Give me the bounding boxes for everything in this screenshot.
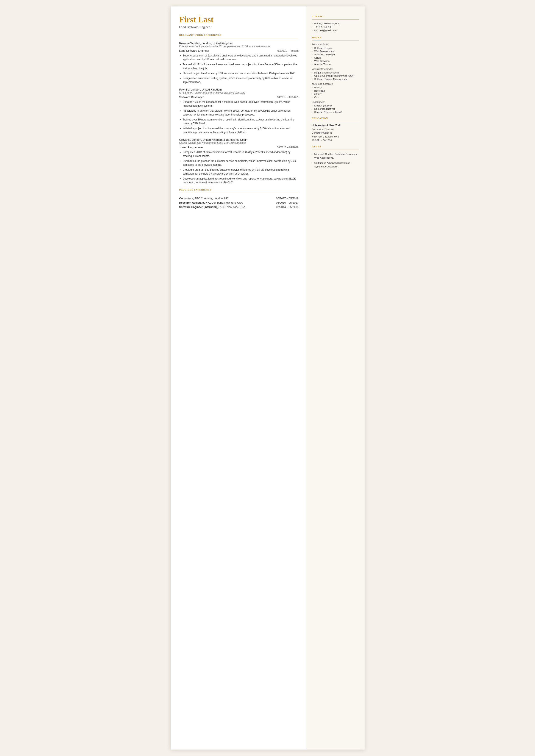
edu-field: Computer Science <box>312 131 359 135</box>
list-item: Bootstrap <box>312 90 359 92</box>
prev-role-3: Software Engineer (Internship), ABC, New… <box>179 205 257 209</box>
job-row-1: Lead Software Engineer 08/2021 – Present <box>179 49 299 52</box>
list-item: Designed an automated testing system, wh… <box>179 76 299 84</box>
company-name-2: Polyhire, London, United Kingdom <box>179 88 299 91</box>
prev-dates-2: 06/2016 – 05/2017 <box>257 201 299 205</box>
company-desc-3: Career training and membership SaaS with… <box>179 141 299 144</box>
list-item: Donated 49% of the codebase for a modern… <box>179 100 299 108</box>
list-item: Microsoft Certified Solutions Developer:… <box>312 153 359 160</box>
contact-list: Bristol, United Kingdom +44 123456789 fi… <box>312 22 359 32</box>
company-desc-1: Education technology startup with 50+ em… <box>179 45 299 48</box>
education-block: University of New York Bachelor of Scien… <box>312 124 359 142</box>
contact-phone: +44 123456789 <box>312 26 359 28</box>
contact-section: CONTACT Bristol, United Kingdom +44 1234… <box>312 15 359 32</box>
table-row: Consultant, ABC Company, London, UK 06/2… <box>179 196 299 201</box>
relevant-work-section: RELEVANT WORK EXPERIENCE Resume Worded, … <box>179 34 299 184</box>
edu-dates: 10/2011 - 06/2014 <box>312 139 359 142</box>
edu-degree: Bachelor of Science <box>312 127 359 131</box>
list-item: Participated in an effort that saved Pol… <box>179 109 299 117</box>
list-item: Initiated a project that improved the co… <box>179 126 299 134</box>
prev-role-2: Research Assistant, XYZ Company, New Yor… <box>179 201 257 205</box>
other-section: OTHER Microsoft Certified Solutions Deve… <box>312 145 359 169</box>
education-heading: EDUCATION <box>312 117 359 119</box>
list-item: Created a program that boosted customer … <box>179 168 299 176</box>
contact-email: first.last@gmail.com <box>312 29 359 32</box>
list-item: Apache ZooKeeper <box>312 53 359 56</box>
list-item: Developed an application that streamline… <box>179 177 299 184</box>
skills-heading: SKILLS <box>312 36 359 39</box>
prev-dates-3: 07/2014 – 05/2015 <box>257 205 299 209</box>
skills-technical-list: Software Design Web Development Apache Z… <box>312 47 359 66</box>
job-title-2: Software Developer <box>179 96 204 99</box>
company-desc-2: NYSE-listed recruitment and employer bra… <box>179 91 299 94</box>
skills-technical-label: Technical Skills: <box>312 43 359 46</box>
bullet-list-3: Completed 20TB of data conversion for 2M… <box>179 150 299 184</box>
header-name: First Last <box>179 15 299 24</box>
previous-experience-divider <box>179 193 299 193</box>
list-item: jQuery <box>312 93 359 95</box>
resume-page: First Last Lead Software Engineer RELEVA… <box>171 7 365 749</box>
previous-experience-heading: PREVIOUS EXPERIENCE <box>179 188 299 191</box>
company-block-resume-worded: Resume Worded, London, United Kingdom Ed… <box>179 42 299 84</box>
job-row-2: Software Developer 10/2019 – 07/2021 <box>179 96 299 99</box>
header-title: Lead Software Engineer <box>179 25 299 29</box>
other-divider <box>312 150 359 150</box>
contact-divider <box>312 19 359 20</box>
list-item: Certified in Advanced Distributed System… <box>312 161 359 169</box>
list-item: Trained over 39 new team members resulti… <box>179 118 299 126</box>
list-item: C++ <box>312 96 359 98</box>
skills-section: SKILLS Technical Skills: Software Design… <box>312 36 359 113</box>
relevant-work-divider <box>179 38 299 38</box>
list-item: Requirements Analysis <box>312 71 359 74</box>
bullet-list-2: Donated 49% of the codebase for a modern… <box>179 100 299 134</box>
list-item: Slashed project timeframes by 76% via en… <box>179 71 299 75</box>
skills-languages-list: English (Native) Romanian (Native) Spani… <box>312 104 359 113</box>
company-block-polyhire: Polyhire, London, United Kingdom NYSE-li… <box>179 88 299 134</box>
list-item: Spanish (Conversational) <box>312 111 359 113</box>
list-item: Supervised a team of 21 software enginee… <box>179 54 299 61</box>
previous-experience-table: Consultant, ABC Company, London, UK 06/2… <box>179 196 299 209</box>
company-block-growthsi: Growthsi, London, United Kingdom & Barce… <box>179 138 299 184</box>
skills-industry-label: Industry Knowledge: <box>312 68 359 70</box>
table-row: Research Assistant, XYZ Company, New Yor… <box>179 201 299 205</box>
education-section: EDUCATION University of New York Bachelo… <box>312 117 359 142</box>
job-title-3: Junior Programmer <box>179 146 203 149</box>
list-item: Object-Oriented Programming (OOP) <box>312 74 359 77</box>
company-name-1: Resume Worded, London, United Kingdom <box>179 42 299 45</box>
contact-location: Bristol, United Kingdom <box>312 22 359 25</box>
list-item: Teamed with 11 software engineers and de… <box>179 63 299 70</box>
list-item: Software Project Management <box>312 78 359 80</box>
list-item: Apache Tomcat <box>312 63 359 66</box>
skills-divider <box>312 40 359 41</box>
other-list: Microsoft Certified Solutions Developer:… <box>312 153 359 169</box>
skills-languages-label: Languages: <box>312 101 359 103</box>
list-item: English (Native) <box>312 104 359 107</box>
company-name-3: Growthsi, London, United Kingdom & Barce… <box>179 138 299 141</box>
job-dates-3: 06/2018 – 09/2019 <box>277 146 298 149</box>
skills-tools-label: Tools and Software: <box>312 83 359 85</box>
other-heading: OTHER <box>312 145 359 148</box>
table-row: Software Engineer (Internship), ABC, New… <box>179 205 299 209</box>
left-column: First Last Lead Software Engineer RELEVA… <box>171 7 306 749</box>
prev-dates-1: 06/2017 – 05/2018 <box>257 196 299 201</box>
list-item: PL/SQL <box>312 86 359 89</box>
list-item: Romanian (Native) <box>312 107 359 110</box>
contact-heading: CONTACT <box>312 15 359 18</box>
skills-tools-list: PL/SQL Bootstrap jQuery C++ <box>312 86 359 98</box>
job-title-1: Lead Software Engineer <box>179 49 209 52</box>
list-item: Scrum <box>312 56 359 59</box>
list-item: Overhauled the process for customer serv… <box>179 159 299 167</box>
prev-role-1: Consultant, ABC Company, London, UK <box>179 196 257 201</box>
list-item: Software Design <box>312 47 359 49</box>
skills-industry-list: Requirements Analysis Object-Oriented Pr… <box>312 71 359 80</box>
job-dates-2: 10/2019 – 07/2021 <box>277 96 298 99</box>
relevant-work-heading: RELEVANT WORK EXPERIENCE <box>179 34 299 36</box>
previous-experience-section: PREVIOUS EXPERIENCE Consultant, ABC Comp… <box>179 188 299 209</box>
edu-school: University of New York <box>312 124 359 127</box>
job-row-3: Junior Programmer 06/2018 – 09/2019 <box>179 146 299 149</box>
list-item: Web Services <box>312 60 359 62</box>
list-item: Web Development <box>312 50 359 53</box>
bullet-list-1: Supervised a team of 21 software enginee… <box>179 54 299 84</box>
list-item: Completed 20TB of data conversion for 2M… <box>179 150 299 158</box>
right-column: CONTACT Bristol, United Kingdom +44 1234… <box>306 7 365 749</box>
